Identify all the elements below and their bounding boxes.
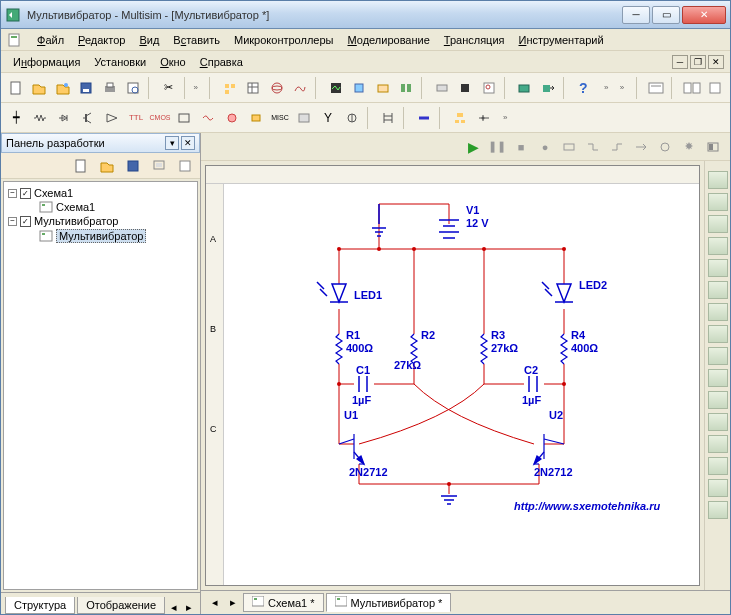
print-preview-button[interactable] <box>123 77 145 99</box>
doctab-nav-right[interactable]: ▸ <box>225 596 241 609</box>
c1-value[interactable]: 1µF <box>352 394 371 406</box>
instrument-button-1[interactable] <box>681 77 703 99</box>
minimize-button[interactable]: ─ <box>622 6 650 24</box>
url-label[interactable]: http://www.sxemotehnika.ru <box>514 500 660 512</box>
r3-label[interactable]: R3 <box>491 329 505 341</box>
r1-value[interactable]: 400Ω <box>346 342 373 354</box>
step-button[interactable] <box>558 136 580 158</box>
r4-value[interactable]: 400Ω <box>571 342 598 354</box>
run-button[interactable]: ▶ <box>462 136 484 158</box>
mdi-restore[interactable]: ❐ <box>690 55 706 69</box>
u2-label[interactable]: U2 <box>549 409 563 421</box>
wattmeter-button[interactable] <box>708 215 728 233</box>
component-wizard-button[interactable] <box>349 77 371 99</box>
help-button[interactable]: ? <box>573 77 595 99</box>
oscilloscope-button[interactable] <box>708 237 728 255</box>
maximize-button[interactable]: ▭ <box>652 6 680 24</box>
tree-node-schema1-child[interactable]: Схема1 <box>8 200 193 214</box>
c2-value[interactable]: 1µF <box>522 394 541 406</box>
menu-mcu[interactable]: Микроконтроллеры <box>228 32 340 48</box>
c2-label[interactable]: C2 <box>524 364 538 376</box>
electromech-button[interactable] <box>341 107 363 129</box>
tab-nav-right[interactable]: ▸ <box>182 601 196 614</box>
iv-analyzer-button[interactable] <box>708 391 728 409</box>
r1-label[interactable]: R1 <box>346 329 360 341</box>
panel-open[interactable] <box>96 155 118 177</box>
basic-button[interactable] <box>29 107 51 129</box>
db-button[interactable] <box>219 77 241 99</box>
menu-setup[interactable]: Установки <box>88 54 152 70</box>
panel-close[interactable]: ✕ <box>181 136 195 150</box>
panel-refresh[interactable] <box>174 155 196 177</box>
ladder-button[interactable] <box>377 107 399 129</box>
ttl-button[interactable]: TTL <box>125 107 147 129</box>
panel-dropdown[interactable]: ▾ <box>165 136 179 150</box>
multimeter-button[interactable] <box>708 171 728 189</box>
menu-view[interactable]: Вид <box>133 32 165 48</box>
postprocessor-button[interactable] <box>290 77 312 99</box>
spectrum-button[interactable] <box>708 435 728 453</box>
stop-button[interactable]: ■ <box>510 136 532 158</box>
menu-help[interactable]: Справка <box>194 54 249 70</box>
open-button[interactable] <box>29 77 51 99</box>
tab-display[interactable]: Отображение <box>77 597 165 614</box>
u1-label[interactable]: U1 <box>344 409 358 421</box>
toggle-button[interactable] <box>702 136 724 158</box>
cut-button[interactable]: ✂ <box>158 77 180 99</box>
menu-info[interactable]: Информация <box>7 54 86 70</box>
step-into-button[interactable] <box>582 136 604 158</box>
analog-button[interactable] <box>101 107 123 129</box>
new-button[interactable] <box>5 77 27 99</box>
hierarchical-button[interactable] <box>449 107 471 129</box>
network-button[interactable] <box>708 457 728 475</box>
menu-transfer[interactable]: Трансляция <box>438 32 511 48</box>
forward-annotate-button[interactable] <box>537 77 559 99</box>
tree-node-multi-child[interactable]: Мультивибратор <box>8 228 193 244</box>
led1-label[interactable]: LED1 <box>354 289 382 301</box>
grapher-button[interactable] <box>266 77 288 99</box>
diode-button[interactable] <box>53 107 75 129</box>
r2-value[interactable]: 27kΩ <box>394 359 421 371</box>
close-button[interactable]: ✕ <box>682 6 726 24</box>
menu-tools[interactable]: Инструментарий <box>513 32 610 48</box>
r4-label[interactable]: R4 <box>571 329 585 341</box>
toolbar-overflow-3[interactable]: » <box>620 83 632 92</box>
ultiboard-button[interactable] <box>514 77 536 99</box>
mdi-minimize[interactable]: ─ <box>672 55 688 69</box>
bode-plotter-button[interactable] <box>708 281 728 299</box>
pause-button[interactable]: ❚❚ <box>486 136 508 158</box>
function-gen-button[interactable] <box>708 193 728 211</box>
v1-label[interactable]: V1 <box>466 204 479 216</box>
rf-button[interactable]: Y <box>317 107 339 129</box>
mcu-button[interactable] <box>455 77 477 99</box>
panel-hierarchy[interactable] <box>148 155 170 177</box>
spreadsheet-button[interactable] <box>243 77 265 99</box>
cmos-button[interactable]: CMOS <box>149 107 171 129</box>
record-button[interactable]: ● <box>534 136 556 158</box>
mdi-close[interactable]: ✕ <box>708 55 724 69</box>
menu-insert[interactable]: Вставить <box>167 32 226 48</box>
panel-header[interactable]: Панель разработки ▾ ✕ <box>1 133 200 153</box>
in-use-list-button[interactable] <box>645 77 667 99</box>
distortion-button[interactable] <box>708 413 728 431</box>
elvisii-button[interactable] <box>396 77 418 99</box>
step-over-button[interactable] <box>606 136 628 158</box>
breadboard-button[interactable] <box>431 77 453 99</box>
titlebar[interactable]: Мультивибратор - Multisim - [Мультивибра… <box>1 1 730 29</box>
c1-label[interactable]: C1 <box>356 364 370 376</box>
canvas-viewport[interactable]: A B C <box>205 165 700 586</box>
transistor-button[interactable] <box>77 107 99 129</box>
settings-button[interactable] <box>678 136 700 158</box>
schematic-canvas[interactable]: V1 12 V LED1 LED2 R1 400Ω R2 27kΩ R3 27k… <box>224 184 699 585</box>
freq-counter-button[interactable] <box>708 303 728 321</box>
step-out-button[interactable] <box>630 136 652 158</box>
agilent-mm-button[interactable] <box>708 501 728 519</box>
mixed-button[interactable] <box>197 107 219 129</box>
toolbar-overflow-2[interactable]: » <box>604 83 616 92</box>
find-button[interactable] <box>478 77 500 99</box>
source-button[interactable]: ┿ <box>5 107 27 129</box>
open-sample-button[interactable] <box>52 77 74 99</box>
menu-simulate[interactable]: Моделирование <box>341 32 435 48</box>
connector-button[interactable] <box>473 107 495 129</box>
q2-label[interactable]: 2N2712 <box>534 466 573 478</box>
